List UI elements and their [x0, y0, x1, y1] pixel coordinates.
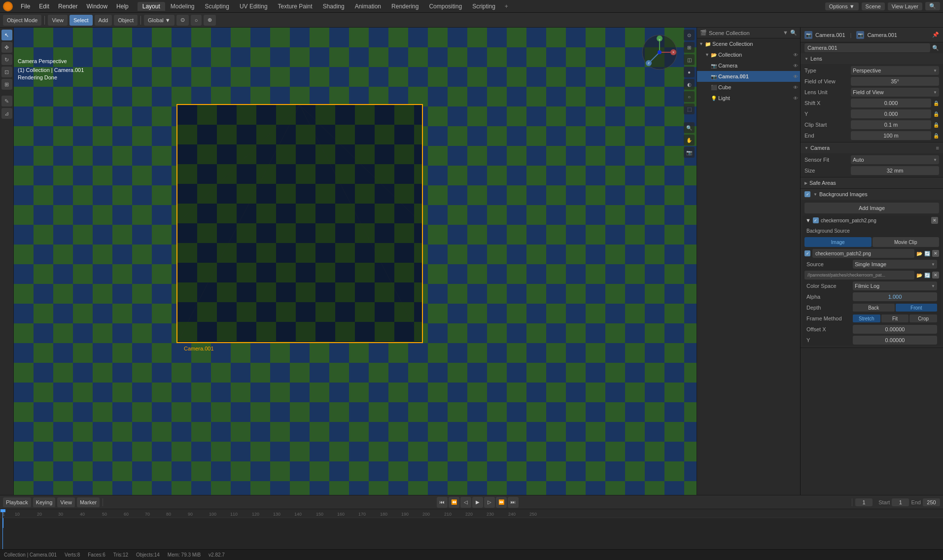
scene-selector[interactable]: Scene: [862, 2, 885, 10]
wireframe-shading[interactable]: ⬚: [684, 104, 695, 114]
img-reload-btn[interactable]: 🔄: [924, 251, 930, 256]
filepath-reload[interactable]: 🔄: [924, 273, 930, 278]
overlay-toggle[interactable]: ⊙: [684, 30, 695, 40]
camera-section-menu[interactable]: ≡: [936, 145, 939, 151]
proportional-edit[interactable]: ○: [191, 15, 202, 26]
view-layer-selector[interactable]: View Layer: [888, 2, 922, 10]
play-btn[interactable]: ▶: [472, 497, 483, 508]
clip-end-lock[interactable]: 🔒: [933, 133, 939, 139]
start-frame-counter[interactable]: 1: [892, 498, 909, 506]
bg-item-checkbox[interactable]: ✓: [813, 217, 819, 223]
menu-window[interactable]: Window: [82, 2, 111, 11]
transform-pivot[interactable]: ⊕: [204, 15, 216, 26]
img-file-checkbox[interactable]: ✓: [804, 250, 810, 256]
clip-start-value[interactable]: 0.1 m: [851, 120, 931, 129]
offset-y-value[interactable]: 0.00000: [853, 336, 937, 345]
outliner-visibility-camera001[interactable]: 👁: [793, 74, 798, 79]
prev-keyframe-btn[interactable]: ⏪: [449, 497, 459, 508]
alpha-value[interactable]: 1.000: [853, 292, 937, 301]
bg-source-movieclip-tab[interactable]: Movie Clip: [873, 237, 940, 247]
search-btn[interactable]: 🔍: [925, 2, 940, 10]
outliner-item-scene-collection[interactable]: ▼ 📁 Scene Collection: [697, 38, 800, 49]
img-browse-btn[interactable]: 📂: [916, 251, 922, 256]
outliner-item-light[interactable]: 💡 Light 👁: [697, 93, 800, 104]
next-keyframe-btn[interactable]: ⏩: [496, 497, 507, 508]
bg-images-header[interactable]: ✓ ▼ Background Images: [801, 189, 943, 200]
lens-type-select[interactable]: Perspective ▼: [851, 66, 939, 75]
tool-annotate[interactable]: ✎: [1, 96, 12, 106]
tab-rendering[interactable]: Rendering: [386, 2, 423, 11]
props-name-icon[interactable]: 🔍: [932, 45, 939, 51]
outliner-visibility-collection[interactable]: 👁: [793, 52, 798, 58]
safe-areas-header[interactable]: ▶ Safe Areas: [801, 177, 943, 188]
offset-x-value[interactable]: 0.00000: [853, 325, 937, 334]
prev-frame-btn[interactable]: ◁: [460, 497, 471, 508]
tool-cursor[interactable]: ↖: [1, 30, 12, 40]
bg-item-close[interactable]: ✕: [931, 217, 938, 224]
select-menu[interactable]: Select: [70, 15, 93, 26]
crop-btn[interactable]: Crop: [909, 315, 937, 322]
add-image-btn[interactable]: Add Image: [804, 203, 939, 213]
depth-front-btn[interactable]: Front: [896, 304, 938, 312]
end-frame-counter[interactable]: 250: [923, 498, 940, 506]
outliner-search[interactable]: 🔍: [790, 30, 797, 36]
shift-y-lock[interactable]: 🔒: [933, 111, 939, 117]
filepath-clear[interactable]: ✕: [932, 272, 939, 279]
outliner-item-collection[interactable]: ▼ 📂 Collection 👁: [697, 49, 800, 60]
outliner-item-camera[interactable]: 📷 Camera 👁: [697, 60, 800, 71]
props-pin-icon[interactable]: 📌: [932, 32, 939, 38]
lens-section-header[interactable]: ▼ Lens: [801, 53, 943, 64]
tab-compositing[interactable]: Compositing: [424, 2, 467, 11]
transform-selector[interactable]: Global ▼: [144, 15, 175, 26]
outliner-visibility-cube[interactable]: 👁: [793, 85, 798, 90]
outliner-visibility-light[interactable]: 👁: [793, 96, 798, 101]
sensor-fit-select[interactable]: Auto ▼: [851, 155, 939, 164]
object-menu[interactable]: Object: [114, 15, 138, 26]
options-dropdown[interactable]: Options ▼: [825, 2, 859, 10]
tool-rotate[interactable]: ↻: [1, 54, 12, 65]
mode-selector[interactable]: Object Mode: [3, 15, 41, 26]
add-workspace-tab[interactable]: +: [501, 2, 512, 11]
tool-scale[interactable]: ⊡: [1, 67, 12, 77]
outliner-item-cube[interactable]: ⬛ Cube 👁: [697, 82, 800, 93]
tab-animation[interactable]: Animation: [350, 2, 386, 11]
depth-back-btn[interactable]: Back: [853, 304, 895, 312]
tab-uv-editing[interactable]: UV Editing: [235, 2, 273, 11]
tool-transform[interactable]: ⊞: [1, 79, 12, 90]
tab-sculpting[interactable]: Sculpting: [200, 2, 234, 11]
filepath-value[interactable]: //pannotest/patches/checkerroom_pat...: [804, 271, 914, 280]
solid-shading[interactable]: ●: [684, 67, 695, 77]
tab-texture-paint[interactable]: Texture Paint: [273, 2, 317, 11]
jump-start-btn[interactable]: ⏮: [437, 497, 448, 508]
shift-x-lock[interactable]: 🔒: [933, 101, 939, 106]
playback-dropdown[interactable]: Playback: [3, 497, 31, 507]
view-dropdown[interactable]: View: [57, 497, 75, 507]
pan-tool[interactable]: ✋: [684, 135, 695, 145]
bg-source-image-tab[interactable]: Image: [804, 237, 872, 247]
jump-end-btn[interactable]: ⏭: [508, 497, 519, 508]
clip-end-value[interactable]: 100 m: [851, 131, 931, 140]
viewport[interactable]: Camera.001 Camera Perspective (1) Collec…: [14, 28, 697, 495]
menu-help[interactable]: Help: [112, 2, 133, 11]
zoom-in[interactable]: 🔍: [684, 122, 695, 133]
lens-unit-select[interactable]: Field of View ▼: [851, 88, 939, 97]
gizmo-toggle[interactable]: ⊞: [684, 42, 695, 53]
marker-dropdown[interactable]: Marker: [77, 497, 100, 507]
view-menu[interactable]: View: [48, 15, 68, 26]
shift-x-value[interactable]: 0.000: [851, 99, 931, 107]
nav-gizmo[interactable]: Y X Z: [640, 33, 679, 72]
tab-scripting[interactable]: Scripting: [467, 2, 500, 11]
sensor-size-value[interactable]: 32 mm: [851, 166, 939, 175]
bg-images-checkbox[interactable]: ✓: [804, 191, 810, 197]
next-frame-btn[interactable]: ▷: [484, 497, 495, 508]
tab-shading[interactable]: Shading: [318, 2, 349, 11]
outliner-item-camera001[interactable]: 📷 Camera.001 👁: [697, 71, 800, 82]
render-shading[interactable]: ○: [684, 91, 695, 102]
stretch-btn[interactable]: Stretch: [853, 315, 880, 322]
fov-value[interactable]: 35°: [851, 77, 939, 86]
tool-measure[interactable]: ⊿: [1, 108, 12, 119]
source-select[interactable]: Single Image ▼: [853, 260, 937, 269]
material-shading[interactable]: ◐: [684, 79, 695, 90]
img-clear-btn[interactable]: ✕: [932, 250, 939, 257]
outliner-filter[interactable]: ▼: [783, 30, 788, 36]
